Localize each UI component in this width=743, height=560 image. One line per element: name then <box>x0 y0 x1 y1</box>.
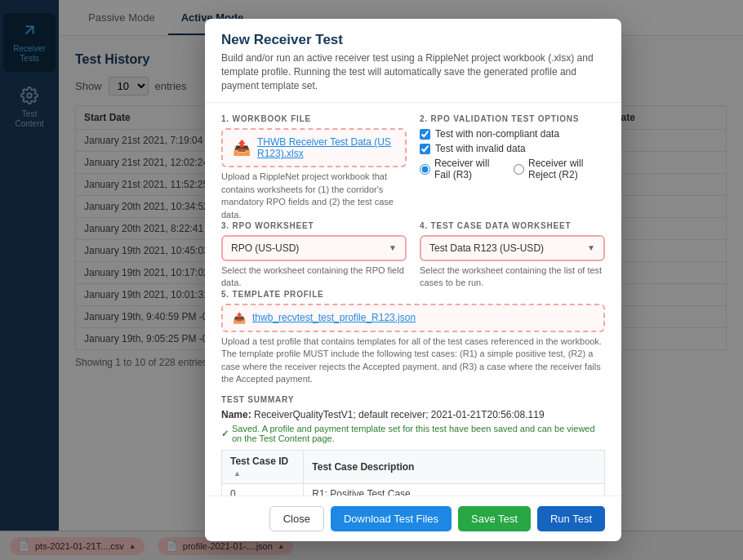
checkbox-group: Test with non-compliant data Test with i… <box>420 128 605 154</box>
section1-label: 1. WORKBOOK FILE <box>221 114 407 123</box>
chevron-down-icon: ▼ <box>389 243 397 252</box>
section4-hint: Select the worksheet containing the list… <box>420 264 605 290</box>
middle-two-col: 3. RPO WORKSHEET RPO (US-USD) ▼ Select t… <box>221 221 605 290</box>
section3-hint: Select the worksheet containing the RPO … <box>221 264 407 290</box>
test-case-worksheet-select[interactable]: Test Data R123 (US-USD) ▼ <box>420 235 605 261</box>
col-test-case-desc: Test Case Description <box>304 451 605 484</box>
save-test-button[interactable]: Save Test <box>458 506 531 531</box>
sort-icon: ▲ <box>234 469 241 478</box>
template-file-name: thwb_recvtest_test_profile_R123.json <box>252 312 416 323</box>
upload-icon-2: 📤 <box>233 312 246 324</box>
col-test-case-id[interactable]: Test Case ID ▲ <box>222 451 304 484</box>
radio-fail[interactable]: Receiver will Fail (R3) <box>420 158 502 180</box>
modal-body: 1. WORKBOOK FILE 📤 THWB Receiver Test Da… <box>205 103 621 496</box>
case-id-cell: 0 <box>222 484 304 496</box>
section-test-case-worksheet: 4. TEST CASE DATA WORKSHEET Test Data R1… <box>420 221 605 290</box>
new-receiver-test-modal: New Receiver Test Build and/or run an ac… <box>205 19 621 541</box>
saved-message: Saved. A profile and payment template se… <box>221 424 605 443</box>
test-summary-section: TEST SUMMARY Name: ReceiverQualityTestV1… <box>221 395 605 496</box>
close-button[interactable]: Close <box>269 506 324 531</box>
radio-reject-input[interactable] <box>514 164 524 175</box>
section-template-profile: 5. TEMPLATE PROFILE 📤 thwb_recvtest_test… <box>221 290 605 386</box>
run-test-button[interactable]: Run Test <box>537 506 605 531</box>
case-desc-cell: R1: Positive Test Case. <box>304 484 605 496</box>
modal-title: New Receiver Test <box>221 32 605 48</box>
section2-label: 2. RPO VALIDATION TEST OPTIONS <box>420 114 605 123</box>
check-invalid[interactable]: Test with invalid data <box>420 143 605 154</box>
section4-label: 4. TEST CASE DATA WORKSHEET <box>420 221 605 230</box>
section-rpo-worksheet: 3. RPO WORKSHEET RPO (US-USD) ▼ Select t… <box>221 221 407 290</box>
section-workbook: 1. WORKBOOK FILE 📤 THWB Receiver Test Da… <box>221 114 407 221</box>
radio-reject[interactable]: Receiver will Reject (R2) <box>514 158 605 180</box>
check-non-compliant[interactable]: Test with non-compliant data <box>420 128 605 140</box>
check-invalid-input[interactable] <box>420 144 430 154</box>
modal-subtitle: Build and/or run an active receiver test… <box>221 51 605 92</box>
radio-group: Receiver will Fail (R3) Receiver will Re… <box>420 158 605 180</box>
modal-header: New Receiver Test Build and/or run an ac… <box>205 19 621 103</box>
top-two-col: 1. WORKBOOK FILE 📤 THWB Receiver Test Da… <box>221 114 605 221</box>
chevron-down-icon-2: ▼ <box>587 243 595 252</box>
section5-label: 5. TEMPLATE PROFILE <box>221 290 605 299</box>
radio-fail-input[interactable] <box>420 164 430 175</box>
section-rpo-validation: 2. RPO VALIDATION TEST OPTIONS Test with… <box>420 114 605 221</box>
rpo-worksheet-select[interactable]: RPO (US-USD) ▼ <box>221 235 407 261</box>
download-test-files-button[interactable]: Download Test Files <box>331 506 452 531</box>
list-item[interactable]: 0 R1: Positive Test Case. <box>222 484 605 496</box>
modal-footer: Close Download Test Files Save Test Run … <box>205 496 621 541</box>
section1-hint: Upload a RippleNet project workbook that… <box>221 171 407 221</box>
workbook-file-name: THWB Receiver Test Data (US R123).xlsx <box>257 136 395 159</box>
test-cases-table: Test Case ID ▲ Test Case Description 0 R… <box>221 450 605 496</box>
upload-icon: 📤 <box>233 139 251 157</box>
summary-label: TEST SUMMARY <box>221 395 605 404</box>
summary-name: Name: ReceiverQualityTestV1; default rec… <box>221 409 605 420</box>
section3-label: 3. RPO WORKSHEET <box>221 221 407 230</box>
check-non-compliant-input[interactable] <box>420 129 430 140</box>
section5-hint: Upload a test profile that contains temp… <box>221 336 605 386</box>
template-profile-upload[interactable]: 📤 thwb_recvtest_test_profile_R123.json <box>221 304 605 332</box>
workbook-file-upload[interactable]: 📤 THWB Receiver Test Data (US R123).xlsx <box>221 128 407 167</box>
